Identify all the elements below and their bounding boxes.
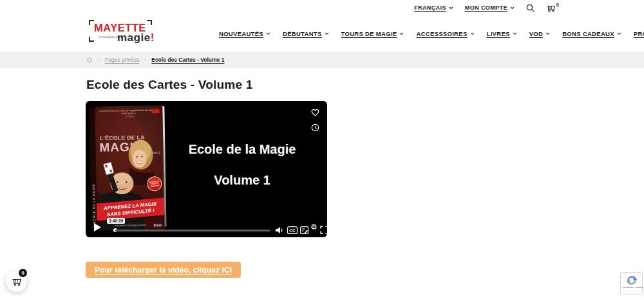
breadcrumb-parent[interactable]: Pages privées (105, 57, 140, 63)
logo-bracket (147, 20, 152, 25)
dvd-front: « POUR ÉPATER VOS AMIS ET PASSER POUR UN… (95, 105, 164, 231)
transcript-icon (300, 226, 308, 234)
transcript-button[interactable] (300, 225, 308, 237)
main-header: MAYETTE la boutique de la magie! NOUVEAU… (0, 15, 644, 51)
video-overlay-title: Ecole de la Magie (166, 142, 319, 157)
watch-later-button[interactable] (311, 123, 319, 134)
search-icon (526, 4, 535, 12)
cart-button[interactable]: 0 (546, 4, 559, 12)
svg-text:L'ÉCOLE DE LA MAGIE: L'ÉCOLE DE LA MAGIE (91, 184, 96, 227)
search-button[interactable] (526, 4, 535, 12)
nav-label: BONS CADEAUX (562, 30, 614, 37)
nav-label: NOUVEAUTÉS (219, 30, 263, 37)
nav-item-accesssoires[interactable]: ACCESSSOIRES (416, 30, 474, 37)
chevron-down-icon (266, 32, 270, 35)
nav-item-debutants[interactable]: DÉBUTANTS (283, 30, 329, 37)
nav-label: TOURS DE MAGIE (341, 30, 397, 37)
nav-label: LIVRES (487, 30, 510, 37)
clock-icon (311, 123, 319, 132)
account-label: MON COMPTE (465, 5, 507, 11)
logo-text-magie: magie! (117, 32, 155, 44)
fullscreen-icon (320, 226, 327, 234)
nav-item-promotions[interactable]: PROMOTIONS (634, 30, 644, 37)
nav-item-livres[interactable]: LIVRES (487, 30, 517, 37)
nav-label: PROMOTIONS (634, 30, 644, 37)
logo-bracket (89, 20, 94, 25)
top-bar: FRANÇAIS MON COMPTE 0 (0, 0, 644, 15)
chevron-down-icon (399, 32, 404, 35)
nav-item-tours-de-magie[interactable]: TOURS DE MAGIE (341, 30, 404, 37)
dvd-format-label: DVD (153, 223, 162, 227)
breadcrumb: › Pages privées › Ecole des Cartes - Vol… (0, 51, 644, 68)
page-title: Ecole des Cartes - Volume 1 (86, 78, 252, 92)
cc-icon: CC (287, 226, 298, 234)
nav-label: VOD (529, 30, 544, 37)
nav-item-nouveautes[interactable]: NOUVEAUTÉS (219, 30, 270, 37)
svg-text:CC: CC (289, 228, 296, 233)
chevron-down-icon (325, 32, 329, 35)
chevron-down-icon (617, 32, 621, 35)
duration-tooltip: 3:40:09 (107, 218, 125, 224)
chevron-down-icon (510, 6, 515, 10)
breadcrumb-separator: › (145, 57, 147, 63)
fullscreen-button[interactable] (320, 225, 327, 237)
nav-item-bons-cadeaux[interactable]: BONS CADEAUX (562, 30, 621, 37)
cart-icon (546, 4, 556, 12)
language-selector[interactable]: FRANÇAIS (414, 5, 453, 11)
play-icon (93, 222, 102, 232)
breadcrumb-current[interactable]: Ecole des Cartes - Volume 1 (151, 57, 224, 63)
cart-icon (12, 277, 22, 286)
video-player[interactable]: L'ÉCOLE DE LA MAGIE « POUR ÉPATER VOS AM… (86, 101, 327, 237)
language-label: FRANÇAIS (414, 5, 446, 11)
logo-bracket (89, 37, 94, 42)
chevron-down-icon (545, 32, 550, 35)
logo-magie-word: magie (117, 32, 151, 44)
video-overlay-subtitle: Volume 1 (166, 173, 319, 188)
download-video-label: Pour télécharger la vidéo, cliquez ICI (95, 266, 232, 275)
volume-button[interactable] (275, 225, 284, 237)
dvd-cover: L'ÉCOLE DE LA MAGIE « POUR ÉPATER VOS AM… (89, 105, 167, 233)
chevron-down-icon (470, 32, 475, 35)
site-logo[interactable]: MAYETTE la boutique de la magie! (88, 20, 164, 47)
home-icon[interactable] (86, 57, 93, 63)
recaptcha-icon (626, 275, 638, 286)
recaptcha-badge[interactable]: Confidentialité - Conditions (620, 272, 643, 294)
progress-bar[interactable] (115, 230, 270, 231)
heart-icon (310, 108, 320, 116)
nav-label: ACCESSSOIRES (416, 30, 467, 37)
volume-icon (275, 226, 284, 234)
nav-item-vod[interactable]: VOD (529, 30, 551, 37)
settings-button[interactable]: ⚙ (310, 222, 317, 231)
page: FRANÇAIS MON COMPTE 0 (0, 0, 644, 299)
gear-icon: ⚙ (310, 222, 317, 231)
nav-label: DÉBUTANTS (283, 30, 322, 37)
captions-button[interactable]: CC (287, 225, 298, 237)
cart-count: 0 (556, 2, 559, 8)
logo-exclaim: ! (151, 32, 155, 44)
play-button[interactable] (93, 222, 102, 235)
account-menu[interactable]: MON COMPTE (465, 5, 515, 11)
main-nav: NOUVEAUTÉS DÉBUTANTS TOURS DE MAGIE ACCE… (219, 15, 644, 51)
breadcrumb-separator: › (98, 57, 100, 63)
like-button[interactable] (310, 107, 320, 119)
chevron-down-icon (449, 6, 453, 10)
recaptcha-terms: Confidentialité - Conditions (622, 287, 641, 289)
download-video-button[interactable]: Pour télécharger la vidéo, cliquez ICI (86, 262, 241, 278)
floating-cart-count: 0 (19, 269, 27, 277)
chevron-down-icon (513, 32, 517, 35)
